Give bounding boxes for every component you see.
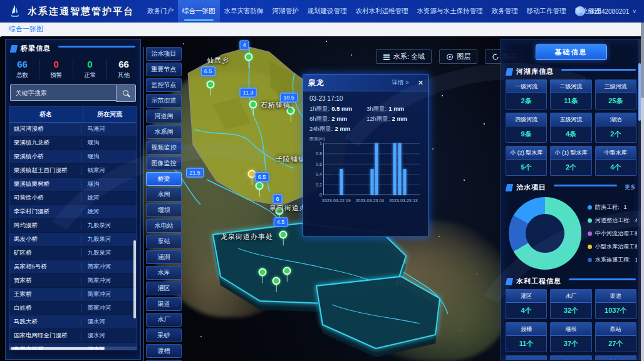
layer-menu-item[interactable]: 视频监控: [146, 141, 182, 155]
nav-item[interactable]: 政务门户: [143, 0, 178, 23]
table-row[interactable]: 栗溪镇九龙桥 堰沟: [9, 136, 137, 150]
map-pin[interactable]: [245, 53, 253, 61]
layer-menu-item[interactable]: 重要节点: [146, 63, 182, 76]
map-pin[interactable]: [256, 182, 264, 190]
layer-menu-item[interactable]: 渠道: [146, 297, 182, 311]
close-icon[interactable]: ✕: [418, 79, 423, 87]
stat-card[interactable]: 小 (2) 型水库 5个: [506, 146, 547, 176]
nav-item[interactable]: 河湖管护: [268, 0, 303, 23]
table-row[interactable]: 禹发小桥 九股泉河: [9, 233, 137, 247]
stat-card[interactable]: 渡槽 11个: [506, 322, 547, 352]
layer-menu-item[interactable]: 水电站: [146, 219, 182, 233]
search-input[interactable]: [10, 84, 116, 101]
layer-menu-item[interactable]: 水库: [146, 266, 182, 280]
table-row[interactable]: 阿均漫桥 九股泉河: [9, 219, 137, 233]
nav-item[interactable]: 水资源与水土保持管理: [413, 0, 487, 23]
station-badge[interactable]: 10.5: [280, 93, 298, 103]
map-pin[interactable]: [207, 81, 215, 89]
table-row[interactable]: 姚河湾漫桥 马滩河: [9, 123, 137, 136]
col-bridge-name: 桥名: [9, 107, 83, 122]
layer-menu-item[interactable]: 堰坝: [146, 203, 182, 217]
table-row[interactable]: 矿区桥 九股泉河: [9, 247, 137, 260]
stat-card[interactable]: 桥梁 66个: [550, 355, 591, 360]
map-pin[interactable]: [249, 101, 257, 109]
layers-button[interactable]: 图层: [439, 49, 477, 64]
stat-card[interactable]: 湖泊 2个: [595, 113, 636, 143]
target-icon: [446, 53, 454, 61]
station-badge[interactable]: 6.5: [255, 173, 269, 182]
stat-card[interactable]: 三级河流 25条: [595, 79, 636, 109]
stat-card[interactable]: 水电站 3个: [595, 355, 636, 360]
station-badge[interactable]: 11.3: [240, 88, 257, 98]
nav-item[interactable]: 系统管理: [571, 0, 606, 23]
layer-menu-item[interactable]: 监控节点: [146, 78, 182, 92]
layer-menu-item[interactable]: 水系闸: [146, 125, 182, 139]
layer-menu-item[interactable]: 泵站: [146, 235, 182, 248]
page-scrollbar[interactable]: [641, 23, 644, 361]
stat-card[interactable]: 渠道 1037个: [595, 289, 636, 319]
panel-header: 桥梁信息: [6, 39, 140, 56]
station-badge[interactable]: 4.5: [274, 218, 288, 227]
table-row[interactable]: 司营徐小桥 姚河: [9, 191, 137, 205]
table-row[interactable]: 吴家相5号桥 简家冲河: [9, 260, 137, 274]
layer-menu-item[interactable]: 示范街道: [146, 94, 182, 108]
stat-card[interactable]: 四级河流 9条: [506, 113, 547, 143]
table-row[interactable]: 国家电网理金门漫桥 漫水河: [9, 329, 137, 343]
nav-item[interactable]: 农村水利运维管理: [351, 0, 413, 23]
nav-item[interactable]: 政务管理: [487, 0, 522, 23]
detail-link[interactable]: 详情 >: [392, 79, 409, 87]
rain-metric: 1h雨量:0.5 mm: [309, 105, 365, 113]
table-row[interactable]: 栗溪镇小桥 堰沟: [9, 150, 137, 164]
map-pin[interactable]: [259, 268, 267, 277]
layer-menu-item[interactable]: 涵洞: [146, 250, 182, 264]
stat-card[interactable]: 二级河流 11条: [550, 79, 591, 109]
station-badge[interactable]: 21.5: [186, 168, 204, 178]
table-row[interactable]: 栗溪镇栗树桥 堰沟: [9, 178, 137, 191]
layer-menu-item[interactable]: 采砂: [146, 328, 182, 342]
stat-card[interactable]: 小 (1) 型水库 2个: [550, 146, 591, 176]
basic-info-button[interactable]: 基础信息: [536, 44, 607, 60]
y-tick: 0.4: [309, 172, 322, 176]
layer-menu-item[interactable]: 水闸: [146, 188, 182, 201]
more-link[interactable]: 更多: [625, 183, 636, 191]
station-badge[interactable]: 6: [273, 195, 282, 204]
map-pin[interactable]: [279, 231, 288, 239]
page-scrollbar-thumb[interactable]: [641, 23, 644, 98]
layer-menu-item[interactable]: 水厂: [146, 313, 182, 327]
nav-item[interactable]: 移动工作管理: [522, 0, 571, 23]
layer-menu-item[interactable]: 治水项目: [146, 47, 182, 61]
layer-menu-item[interactable]: 渡槽: [146, 344, 182, 358]
nav-item[interactable]: 综合一张图: [178, 0, 220, 23]
layer-menu-item[interactable]: 图像监控: [146, 156, 182, 170]
layer-menu-item[interactable]: 河道闸: [146, 109, 182, 123]
table-row[interactable]: 栗溪镇赵王西门漫桥 钱家河: [9, 164, 137, 178]
layer-menu-item[interactable]: 灌区: [146, 282, 182, 295]
table-horizontal-scrollbar[interactable]: [11, 347, 105, 350]
nav-item[interactable]: 水旱灾害防御: [220, 0, 268, 23]
table-vertical-scrollbar[interactable]: [133, 240, 136, 318]
table-row[interactable]: 贾家桥 简家冲河: [9, 274, 137, 288]
stat-card[interactable]: 泵站 27个: [595, 322, 636, 352]
station-badge[interactable]: 4: [239, 41, 249, 50]
table-row[interactable]: 王家桥 简家冲河: [9, 288, 137, 302]
table-row[interactable]: 马践大桥 漫水河: [9, 315, 137, 329]
bridge-stat: 0 正常: [73, 59, 106, 79]
stat-card[interactable]: 一级河流 2条: [506, 79, 547, 109]
stat-card[interactable]: 涵洞 47个: [506, 355, 547, 360]
map-pin[interactable]: [283, 267, 291, 275]
stat-card[interactable]: 中型水库 4个: [595, 146, 636, 176]
stat-card[interactable]: 灌区 4个: [506, 289, 547, 319]
nav-item[interactable]: 规划建设管理: [303, 0, 351, 23]
station-badge[interactable]: 6.5: [201, 67, 216, 76]
breadcrumb[interactable]: 综合一张图: [0, 24, 43, 34]
legend-item: 中小河流治理工程 0: [588, 230, 637, 238]
layer-menu-item[interactable]: 桥梁: [146, 172, 182, 186]
table-row[interactable]: 白姓桥 简家冲河: [9, 302, 137, 315]
stat-card[interactable]: 五级河流 4条: [550, 113, 591, 143]
stat-card[interactable]: 堰坝 37个: [550, 322, 591, 352]
watersystem-scope-button[interactable]: 水系: 全域: [376, 49, 432, 64]
map-pin[interactable]: [273, 277, 281, 285]
table-row[interactable]: 李学村门漫桥 姚河: [9, 205, 137, 219]
search-button[interactable]: [116, 84, 136, 102]
stat-card[interactable]: 水厂 32个: [550, 289, 591, 319]
